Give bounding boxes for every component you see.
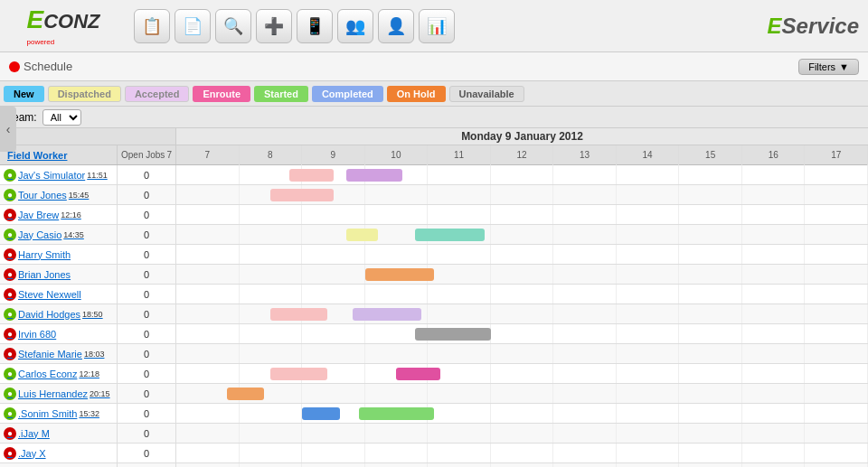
date-row: Monday 9 January 2012	[0, 128, 868, 145]
open-jobs-count: 0	[118, 165, 176, 184]
open-jobs-count: 0	[118, 265, 176, 284]
badge-completed[interactable]: Completed	[312, 86, 383, 102]
gantt-row[interactable]	[176, 444, 868, 462]
worker-status-indicator: ●	[4, 348, 16, 360]
toolbar: 📋 📄 🔍 ➕ 📱 👥 👤 📊	[134, 9, 455, 43]
time-9: 9	[302, 145, 365, 165]
worker-status-indicator: ●	[4, 447, 16, 460]
worker-name[interactable]: ●Stefanie Marie18:03	[0, 344, 118, 363]
worker-name[interactable]: ●.iJay M	[0, 424, 118, 443]
badge-dispatched[interactable]: Dispatched	[48, 86, 121, 102]
gantt-row[interactable]	[176, 384, 868, 403]
worker-name-text: .Jay X	[18, 448, 46, 459]
list-btn[interactable]: 📄	[175, 9, 211, 43]
gantt-bar[interactable]	[270, 189, 334, 201]
gantt-row[interactable]	[176, 285, 868, 304]
schedule-tab[interactable]: Schedule	[9, 60, 72, 73]
worker-name-text: Jav's Simulator	[18, 170, 85, 181]
gantt-row[interactable]	[176, 424, 868, 443]
filters-button[interactable]: Filters ▼	[798, 59, 859, 75]
gantt-bar[interactable]	[346, 229, 378, 241]
worker-name[interactable]: ●Jav Brew12:16	[0, 205, 118, 224]
gantt-row[interactable]	[176, 344, 868, 363]
worker-name[interactable]: ●David Hodges18:50	[0, 304, 118, 323]
worker-name[interactable]: ●Tour Jones15:45	[0, 185, 118, 204]
worker-status-indicator: ●	[4, 388, 16, 400]
badge-accepted[interactable]: Accepted	[125, 86, 190, 102]
users-btn[interactable]: 👥	[337, 9, 373, 43]
gantt-bar[interactable]	[302, 407, 340, 420]
table-row: ●Brian Jones0	[0, 265, 868, 285]
open-jobs-count: 0	[118, 463, 176, 467]
gantt-row[interactable]	[176, 404, 868, 423]
phone-btn[interactable]: 📱	[297, 9, 333, 43]
nav-back-arrow[interactable]: ‹	[0, 107, 16, 152]
worker-status-indicator: ●	[4, 368, 16, 380]
worker-time: 11:51	[87, 171, 108, 180]
gantt-row[interactable]	[176, 265, 868, 284]
search-btn[interactable]: 🔍	[215, 9, 251, 43]
worker-status-indicator: ●	[4, 288, 16, 301]
filters-label: Filters	[808, 61, 835, 72]
open-jobs-count: 0	[118, 245, 176, 264]
worker-name[interactable]: ●Carlos Econz12:18	[0, 364, 118, 383]
service-text: Service	[782, 14, 859, 38]
worker-name[interactable]: ●Jav iPad	[0, 463, 118, 467]
user-btn[interactable]: 👤	[378, 9, 414, 43]
table-row: ●Irvin 6800	[0, 324, 868, 344]
worker-status-indicator: ●	[4, 229, 16, 241]
chart-btn[interactable]: 📊	[419, 9, 455, 43]
worker-name[interactable]: ●Steve Nexwell	[0, 285, 118, 304]
gantt-row[interactable]	[176, 225, 868, 244]
table-row: ●Stefanie Marie18:030	[0, 344, 868, 364]
gantt-bar[interactable]	[415, 328, 490, 341]
gantt-bar[interactable]	[415, 229, 485, 241]
gantt-bar[interactable]	[270, 308, 327, 321]
gantt-row[interactable]	[176, 463, 868, 467]
gantt-row[interactable]	[176, 324, 868, 343]
badge-onhold[interactable]: On Hold	[387, 86, 446, 102]
gantt-bar[interactable]	[396, 368, 440, 380]
worker-name[interactable]: ●.Sonim Smith15:32	[0, 404, 118, 423]
table-row: ●Harry Smith0	[0, 245, 868, 265]
worker-time: 18:03	[84, 350, 105, 359]
worker-column-header[interactable]: Field Worker	[0, 145, 118, 164]
gantt-row[interactable]	[176, 364, 868, 383]
gantt-bar[interactable]	[353, 308, 422, 321]
gantt-row[interactable]	[176, 245, 868, 264]
badge-unavailable[interactable]: Unavailable	[449, 86, 524, 102]
worker-name-text: Irvin 680	[18, 329, 56, 340]
worker-name[interactable]: ●Irvin 680	[0, 324, 118, 343]
worker-name[interactable]: ●Luis Hernandez20:15	[0, 384, 118, 403]
table-row: ●Jay Casio14:350	[0, 225, 868, 245]
gantt-row[interactable]	[176, 185, 868, 204]
worker-time: 20:15	[90, 389, 110, 398]
gantt-bar[interactable]	[270, 368, 327, 380]
gantt-row[interactable]	[176, 165, 868, 184]
openjobs-column-header[interactable]: Open Jobs 7	[118, 145, 176, 164]
team-select[interactable]: All	[42, 109, 81, 126]
service-logo: EService	[768, 14, 859, 39]
gantt-row[interactable]	[176, 304, 868, 323]
badge-new[interactable]: New	[4, 86, 44, 102]
open-jobs-count: 0	[118, 344, 176, 363]
worker-name-text: Luis Hernandez	[18, 388, 88, 399]
add-btn[interactable]: ➕	[256, 9, 292, 43]
gantt-bar[interactable]	[365, 268, 435, 281]
badge-enroute[interactable]: Enroute	[193, 86, 250, 102]
gantt-bar[interactable]	[346, 169, 403, 182]
open-jobs-count: 0	[118, 304, 176, 323]
worker-name[interactable]: ●Harry Smith	[0, 245, 118, 264]
worker-name[interactable]: ●Jay Casio14:35	[0, 225, 118, 244]
schedule-btn[interactable]: 📋	[134, 9, 170, 43]
header: ECONZ powered 📋 📄 🔍 ➕ 📱 👥 👤 📊 EService	[0, 0, 868, 52]
gantt-bar[interactable]	[289, 169, 334, 182]
gantt-bar[interactable]	[359, 407, 434, 420]
gantt-row[interactable]	[176, 205, 868, 224]
worker-name[interactable]: ●Jav's Simulator11:51	[0, 165, 118, 184]
gantt-bar[interactable]	[227, 388, 265, 400]
worker-name[interactable]: ●.Jay X	[0, 444, 118, 462]
badge-started[interactable]: Started	[254, 86, 308, 102]
worker-name[interactable]: ●Brian Jones	[0, 265, 118, 284]
table-row: ●Jav's Simulator11:510	[0, 165, 868, 185]
